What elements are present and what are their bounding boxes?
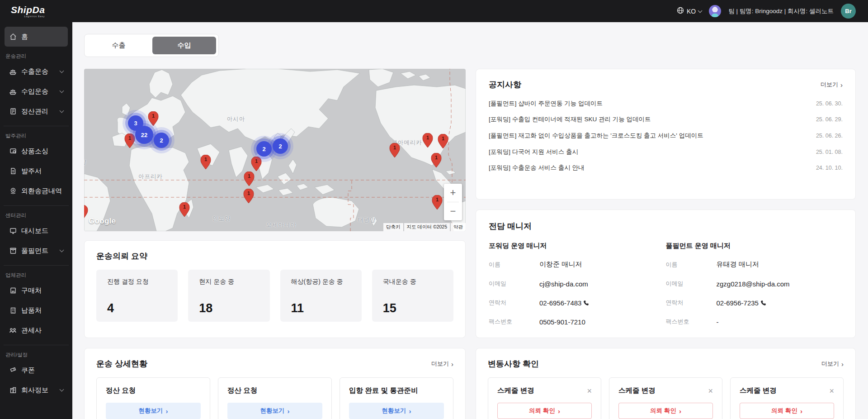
notice-item[interactable]: [포워딩] 수출운송 서비스 출시 안내 24. 10. 10. xyxy=(489,160,843,176)
manager-fax: - xyxy=(717,318,719,326)
shipment-map[interactable]: 유럽 아시아 북아메리카 아프리카 인도양 오세아니아 태평양 대서양 3 22… xyxy=(84,69,466,231)
notices-more-button[interactable]: 더보기 › xyxy=(821,81,843,89)
manager-phone-label: 연락처 xyxy=(489,299,539,307)
sidebar-item-company-info[interactable]: 회사정보 xyxy=(5,380,68,400)
coin-icon xyxy=(9,187,17,195)
manager-phone-label: 연락처 xyxy=(666,299,717,307)
logo-tagline: Logistics Easy xyxy=(11,15,45,18)
ship-icon xyxy=(9,68,17,76)
map-pin[interactable]: 1 xyxy=(438,134,448,148)
phone-icon[interactable] xyxy=(760,300,766,306)
tab-import[interactable]: 수입 xyxy=(152,37,216,54)
sidebar-item-coupon[interactable]: 쿠폰 xyxy=(5,360,68,380)
view-status-button[interactable]: 현황보기 › xyxy=(227,403,322,419)
zoom-in-button[interactable]: + xyxy=(444,184,462,202)
phone-icon[interactable] xyxy=(583,300,589,306)
change-card: 스케줄 변경 × 의뢰 확인 › xyxy=(609,377,722,419)
chevron-right-icon: › xyxy=(409,408,411,414)
chevron-right-icon: › xyxy=(840,81,843,88)
changes-title: 변동사항 확인 xyxy=(488,358,539,369)
map-cluster[interactable]: 2 xyxy=(256,141,272,157)
map-pin[interactable]: 1 xyxy=(432,195,443,210)
more-label: 더보기 xyxy=(431,360,449,368)
notice-text: [풀필먼트] 재고화 없이 수입상품을 출고하는 '크로스도킹 출고 서비스' … xyxy=(489,132,703,140)
sidebar-item-label: 회사정보 xyxy=(21,386,56,395)
sidebar-item-label: 대시보드 xyxy=(21,227,63,235)
sidebar-item-settlement[interactable]: 정산관리 xyxy=(5,101,68,121)
notice-item[interactable]: [풀필먼트] 재고화 없이 수입상품을 출고하는 '크로스도킹 출고 서비스' … xyxy=(489,128,843,144)
notice-date: 24. 10. 10. xyxy=(816,165,843,171)
chevron-down-icon xyxy=(698,8,703,13)
summary-card-label: 진행 결정 요청 xyxy=(107,278,167,286)
main-content: 수출 수입 xyxy=(72,22,868,419)
detail-more-button[interactable]: 더보기 › xyxy=(431,360,453,368)
more-label: 더보기 xyxy=(821,360,839,368)
map-pin[interactable]: 1 xyxy=(244,189,254,203)
chevron-down-icon xyxy=(60,248,64,252)
map-label-oceania: 오세아니아 xyxy=(266,221,297,229)
chevron-right-icon: › xyxy=(288,408,290,414)
sidebar-item-delivery-sites[interactable]: 납품처 xyxy=(5,300,68,320)
map-pin[interactable]: 1 xyxy=(125,133,135,148)
view-status-button[interactable]: 현황보기 › xyxy=(106,403,201,419)
map-cluster[interactable]: 2 xyxy=(273,138,288,154)
map-pin[interactable]: 1 xyxy=(179,202,190,217)
map-cluster[interactable]: 22 xyxy=(135,126,153,144)
map-pin[interactable]: 1 xyxy=(431,153,442,167)
sidebar-item-label: 구매처 xyxy=(21,286,63,295)
chevron-down-icon xyxy=(60,69,64,73)
map-pin[interactable]: 1 xyxy=(423,133,433,148)
map-terms-link[interactable]: 약관 xyxy=(451,223,466,231)
confirm-request-button[interactable]: 의뢰 확인 › xyxy=(618,403,713,419)
sidebar-item-suppliers[interactable]: 구매처 xyxy=(5,281,68,300)
sidebar-item-dashboard[interactable]: 대시보드 xyxy=(5,221,68,241)
map-shortcuts-link[interactable]: 단축키 xyxy=(383,223,403,231)
notice-item[interactable]: [풀필먼트] 샵바이 주문연동 기능 업데이트 25. 06. 30. xyxy=(489,95,843,112)
summary-card-decision-requested[interactable]: 진행 결정 요청 4 xyxy=(96,270,178,322)
confirm-request-button[interactable]: 의뢰 확인 › xyxy=(740,403,834,419)
changes-more-button[interactable]: 더보기 › xyxy=(821,360,844,368)
notice-text: [포워딩] 수출운송 서비스 출시 안내 xyxy=(489,164,585,172)
map-pin[interactable]: 1 xyxy=(244,171,255,186)
sidebar-item-fx-remittance[interactable]: 외환송금내역 xyxy=(5,181,68,201)
detail-title: 운송 상세현황 xyxy=(96,358,147,369)
home-icon xyxy=(9,33,17,41)
manager-role: 포워딩 운영 매니저 xyxy=(489,242,666,250)
sidebar-item-import-transport[interactable]: 수입운송 xyxy=(5,81,68,101)
tab-export[interactable]: 수출 xyxy=(87,37,151,54)
button-label: 현황보기 xyxy=(139,407,163,415)
map-pin[interactable]: 1 xyxy=(201,155,211,169)
map-label-atlantic: 대서양 xyxy=(84,158,87,166)
map-pin[interactable]: 1 xyxy=(251,157,262,171)
notice-item[interactable]: [포워딩] 다국어 지원 서비스 출시 25. 01. 08. xyxy=(489,144,843,160)
close-icon[interactable]: × xyxy=(708,387,713,395)
sidebar-item-export-transport[interactable]: 수출운송 xyxy=(5,62,68,81)
detail-card-title: 정산 요청 xyxy=(106,386,136,395)
summary-card-domestic-transit[interactable]: 국내운송 중 15 xyxy=(372,270,453,322)
sidebar-item-customs-broker[interactable]: 관세사 xyxy=(5,320,68,340)
map-pin[interactable]: 1 xyxy=(84,205,88,219)
close-icon[interactable]: × xyxy=(829,387,834,395)
notice-text: [포워딩] 다국어 지원 서비스 출시 xyxy=(489,148,578,156)
shipda-logo[interactable]: ShipDa Logistics Easy xyxy=(11,5,45,18)
zoom-out-button[interactable]: − xyxy=(444,202,462,220)
confirm-request-button[interactable]: 의뢰 확인 › xyxy=(497,403,592,419)
manager-email: zgzg0218@ship-da.com xyxy=(717,280,790,288)
sidebar-item-home[interactable]: 홈 xyxy=(5,27,68,47)
google-logo[interactable]: Google xyxy=(89,217,116,226)
summary-card-local-transit[interactable]: 현지 운송 중 18 xyxy=(188,270,269,322)
language-selector[interactable]: KO xyxy=(677,7,702,15)
close-icon[interactable]: × xyxy=(587,387,592,395)
profile-badge[interactable]: Br xyxy=(841,4,856,19)
map-pin[interactable]: 1 xyxy=(390,143,400,157)
summary-card-sea-air-transit[interactable]: 해상(항공) 운송 중 11 xyxy=(280,270,362,322)
view-status-button[interactable]: 현황보기 › xyxy=(349,403,444,419)
map-pin[interactable]: 1 xyxy=(148,111,159,126)
map-cluster[interactable]: 2 xyxy=(154,133,169,148)
avatar[interactable] xyxy=(709,5,721,17)
notice-item[interactable]: [포워딩] 수출입 컨테이너에 적재된 SKU 관리 기능 업데이트 25. 0… xyxy=(489,112,843,128)
sidebar-item-fulfillment[interactable]: 풀필먼트 xyxy=(5,241,68,261)
sidebar-item-sourcing[interactable]: 상품소싱 xyxy=(5,141,68,161)
sidebar-item-purchase-order[interactable]: 발주서 xyxy=(5,161,68,181)
summary-card-value: 18 xyxy=(199,301,212,315)
